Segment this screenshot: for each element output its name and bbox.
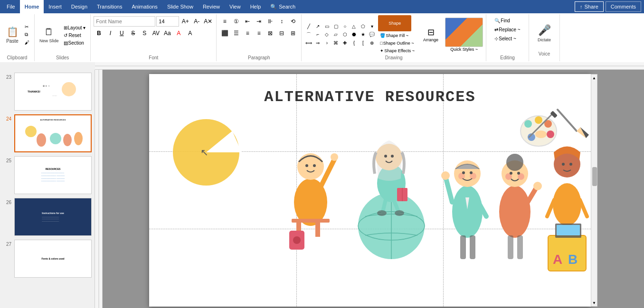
shape-extra[interactable]: ⊕ <box>368 39 376 47</box>
justify-button[interactable]: ≡ <box>254 28 264 38</box>
tab-home[interactable]: Home <box>20 0 44 13</box>
section-button[interactable]: ▤ Section <box>62 39 88 47</box>
paste-button[interactable]: 📋 Paste <box>3 18 22 52</box>
increase-indent-button[interactable]: ⇥ <box>254 16 264 27</box>
vertical-scrollbar[interactable]: ▲ ▼ <box>591 74 597 307</box>
strikethrough-button[interactable]: S <box>128 28 138 38</box>
line-spacing-button[interactable]: ↕ <box>276 16 287 27</box>
svg-point-49 <box>533 182 542 190</box>
slide-thumb-img-27[interactable]: Fonts & colors used <box>14 240 92 278</box>
shape-rect[interactable]: ▭ <box>322 23 331 30</box>
shape-block-arrow[interactable]: ⇒ <box>313 39 322 47</box>
replace-button[interactable]: ⇄ Replace ~ <box>492 26 522 33</box>
shape-fill-button[interactable]: 🪣 Shape Fill ~ <box>378 32 417 39</box>
align-left-button[interactable]: ⬛ <box>219 28 230 38</box>
numbered-list-button[interactable]: ① <box>231 16 241 27</box>
find-button[interactable]: 🔍 Find <box>492 17 511 24</box>
shape-hexagon[interactable]: ⬡ <box>341 31 349 38</box>
shape-effects-button[interactable]: ✦ Shape Effects ~ <box>378 47 417 54</box>
tab-review[interactable]: Review <box>198 0 225 13</box>
shape-callout[interactable]: 💬 <box>368 31 376 38</box>
shape-line[interactable]: ╱ <box>304 23 313 30</box>
search-label[interactable]: Search <box>279 4 295 9</box>
slide-thumb-img-25[interactable]: RESOURCES ───────────────── ─────────── … <box>14 156 92 194</box>
shape-arrow[interactable]: ↗ <box>313 23 322 30</box>
text-highlight-button[interactable]: A <box>185 28 195 38</box>
reset-button[interactable]: ↺ Reset <box>62 32 88 39</box>
shape-outline-button[interactable]: □ Shape Outline ~ <box>378 40 417 47</box>
tab-file[interactable]: File <box>2 0 20 13</box>
slide-title[interactable]: ALTERNATIVE RESOURCES <box>149 88 591 106</box>
share-button[interactable]: ↑ Share <box>575 1 604 12</box>
char-spacing-button[interactable]: AV <box>151 28 161 38</box>
font-increase-button[interactable]: A+ <box>180 16 190 27</box>
shape-curve[interactable]: ⌒ <box>304 31 313 38</box>
shape-octagon[interactable]: ⬣ <box>350 31 358 38</box>
cut-button[interactable]: ✂ <box>23 23 31 30</box>
slide-thumb-img-24[interactable]: ALTERNATIVE RESOURCES <box>14 114 92 152</box>
shape-circle[interactable]: ○ <box>341 23 349 30</box>
scroll-thumb[interactable] <box>592 167 597 186</box>
underline-button[interactable]: U <box>116 28 127 38</box>
bold-button[interactable]: B <box>94 28 104 38</box>
shape-diamond[interactable]: ◇ <box>322 31 331 38</box>
shape-chevron[interactable]: › <box>322 39 331 47</box>
copy-button[interactable]: ⧉ <box>23 31 31 38</box>
text-direction-button[interactable]: ⟲ <box>288 16 298 27</box>
tab-design[interactable]: Design <box>66 0 92 13</box>
tab-animations[interactable]: Animations <box>127 0 162 13</box>
shape-bracket[interactable]: [ <box>359 39 367 47</box>
slide-canvas[interactable]: ALTERNATIVE RESOURCES ↖ <box>149 74 591 307</box>
select-button[interactable]: ⊹ Select ~ <box>492 35 518 42</box>
tab-slideshow[interactable]: Slide Show <box>162 0 198 13</box>
tab-transitions[interactable]: Transitions <box>92 0 127 13</box>
italic-button[interactable]: I <box>105 28 115 38</box>
shape-connector[interactable]: ⌐ <box>313 31 322 38</box>
convert-smartart-button[interactable]: ⊟ <box>276 28 287 38</box>
shape-double-arrow[interactable]: ⟺ <box>304 39 313 47</box>
slide-thumb-26[interactable]: 26 Instructions for use ────────────────… <box>2 197 93 237</box>
font-decrease-button[interactable]: A- <box>191 16 202 27</box>
smartart-button[interactable]: ⊠ <box>265 28 275 38</box>
arrange-button[interactable]: ⊟ Arrange <box>420 26 441 43</box>
slide-thumb-25[interactable]: 25 RESOURCES ───────────────── ─────────… <box>2 155 93 195</box>
shape-more[interactable]: ▾ <box>368 23 376 30</box>
columns-button[interactable]: ⊪ <box>265 16 275 27</box>
clear-format-button[interactable]: A✕ <box>203 16 213 27</box>
align-right-button[interactable]: ≡ <box>242 28 253 38</box>
bullets-button[interactable]: ≡ <box>219 16 230 27</box>
format-painter-button[interactable]: 🖌 <box>23 39 31 46</box>
decrease-indent-button[interactable]: ⇤ <box>242 16 253 27</box>
tab-help[interactable]: Help <box>246 0 266 13</box>
tab-insert[interactable]: Insert <box>44 0 66 13</box>
shape-cross[interactable]: ✚ <box>341 39 349 47</box>
tab-view[interactable]: View <box>225 0 246 13</box>
shape-star[interactable]: ★ <box>359 31 367 38</box>
slide-thumb-img-23[interactable]: THANKS! ✤ ✦ ✧ ◦◦◦◦◦◦◦ <box>14 73 92 111</box>
slide-thumb-27[interactable]: 27 Fonts & colors used <box>2 239 93 279</box>
add-column-button[interactable]: ⊞ <box>288 28 298 38</box>
slide-thumb-24[interactable]: 24 ALTERNATIVE RESOURCES <box>2 113 93 153</box>
font-color-button[interactable]: A <box>173 28 184 38</box>
shape-rounded-rect[interactable]: ▢ <box>331 23 340 30</box>
change-case-button[interactable]: Aa <box>162 28 172 38</box>
scroll-down-button[interactable]: ▼ <box>591 299 597 306</box>
slide-thumb-img-26[interactable]: Instructions for use ───────────────── ─… <box>14 198 92 236</box>
scroll-up-button[interactable]: ▲ <box>591 75 597 81</box>
shape-ribbon[interactable]: ⌘ <box>331 39 340 47</box>
quick-styles-button[interactable] <box>445 18 483 47</box>
layout-button[interactable]: ⊞ Layout ▾ <box>62 24 88 31</box>
dictate-button[interactable]: 🎤 Dictate <box>533 16 556 50</box>
text-shadow-button[interactable]: S <box>139 28 150 38</box>
font-size-select[interactable] <box>156 16 179 27</box>
font-family-select[interactable] <box>94 16 155 27</box>
shape-triangle[interactable]: △ <box>350 23 358 30</box>
shape-parallelogram[interactable]: ▱ <box>331 31 340 38</box>
quick-styles-label[interactable]: Quick Styles ~ <box>450 47 478 52</box>
slide-thumb-23[interactable]: 23 THANKS! ✤ ✦ ✧ ◦◦◦◦◦◦◦ <box>2 72 93 112</box>
shape-pentagon[interactable]: ⬠ <box>359 23 367 30</box>
shape-brace[interactable]: { <box>350 39 358 47</box>
align-center-button[interactable]: ☰ <box>231 28 241 38</box>
new-slide-button[interactable]: 🗒 New Slide <box>38 18 61 52</box>
comments-button[interactable]: Comments <box>606 1 641 12</box>
